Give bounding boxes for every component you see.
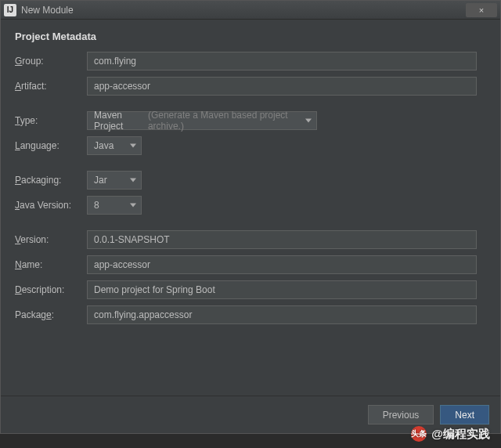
new-module-window: IJ New Module × Project Metadata Group: … — [0, 0, 501, 434]
chevron-down-icon — [130, 144, 136, 148]
row-package: Package: — [15, 305, 486, 324]
row-packaging: Packaging: Jar — [15, 171, 486, 190]
packaging-select[interactable]: Jar — [87, 171, 142, 190]
watermark: 头条 @编程实践 — [411, 426, 490, 442]
titlebar: IJ New Module × — [1, 1, 500, 20]
label-version: Version: — [15, 234, 87, 245]
packaging-select-value: Jar — [94, 175, 107, 186]
content-area: Project Metadata Group: Artifact: Type: … — [1, 20, 500, 324]
language-select-value: Java — [94, 140, 114, 151]
label-language: Language: — [15, 140, 87, 151]
window-title: New Module — [21, 5, 466, 16]
row-java-version: Java Version: 8 — [15, 196, 486, 215]
chevron-down-icon — [305, 119, 312, 123]
type-select-value: Maven Project — [94, 110, 145, 132]
group-input[interactable] — [87, 52, 477, 70]
chevron-down-icon — [130, 179, 136, 182]
next-button[interactable]: Next — [440, 405, 489, 425]
label-type: Type: — [15, 115, 87, 126]
java-version-select-value: 8 — [94, 200, 99, 211]
previous-button[interactable]: Previous — [368, 405, 434, 425]
row-language: Language: Java — [15, 136, 486, 155]
label-artifact: Artifact: — [15, 81, 87, 92]
row-group: Group: — [15, 52, 486, 70]
artifact-input[interactable] — [87, 77, 477, 96]
label-package: Package: — [15, 309, 87, 320]
type-select[interactable]: Maven Project (Generate a Maven based pr… — [87, 111, 317, 130]
watermark-text: @编程实践 — [431, 427, 490, 442]
label-group: Group: — [15, 56, 87, 67]
name-input[interactable] — [87, 255, 477, 274]
label-description: Description: — [15, 284, 87, 295]
label-java-version: Java Version: — [15, 200, 87, 211]
chevron-down-icon — [130, 204, 136, 208]
package-input[interactable] — [87, 305, 477, 324]
language-select[interactable]: Java — [87, 136, 142, 155]
version-input[interactable] — [87, 230, 477, 249]
app-icon: IJ — [4, 4, 16, 16]
row-name: Name: — [15, 255, 486, 274]
row-description: Description: — [15, 280, 486, 299]
row-version: Version: — [15, 230, 486, 249]
java-version-select[interactable]: 8 — [87, 196, 142, 215]
label-packaging: Packaging: — [15, 175, 87, 186]
row-artifact: Artifact: — [15, 77, 486, 96]
row-type: Type: Maven Project (Generate a Maven ba… — [15, 111, 486, 130]
description-input[interactable] — [87, 280, 477, 299]
type-select-hint: (Generate a Maven based project archive.… — [148, 110, 299, 132]
close-button[interactable]: × — [466, 3, 497, 17]
watermark-logo: 头条 — [411, 426, 427, 442]
section-title: Project Metadata — [15, 31, 486, 42]
label-name: Name: — [15, 259, 87, 270]
